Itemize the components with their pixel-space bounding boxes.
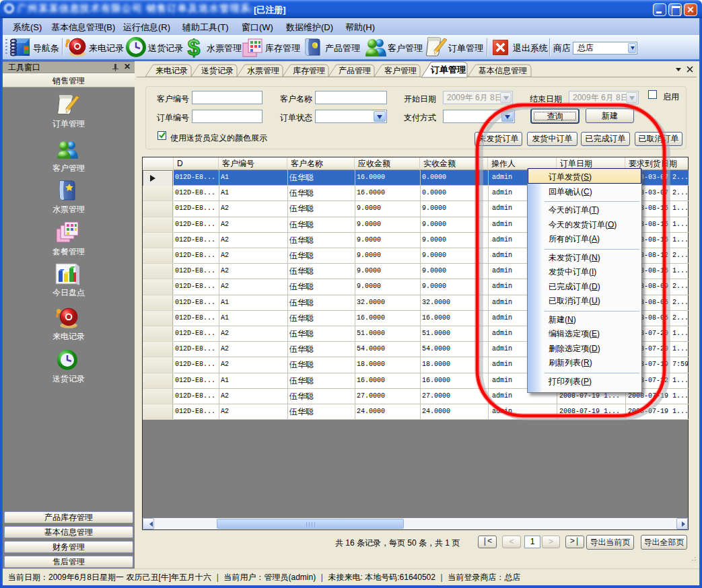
svg-text:产品管理: 产品管理 [339,66,371,75]
svg-text:库存管理: 库存管理 [293,66,325,75]
svg-text:送货记录: 送货记录 [201,66,234,75]
svg-text:$: $ [188,36,201,59]
svg-text:基本信息管理: 基本信息管理 [479,66,527,75]
svg-text:水票管理: 水票管理 [247,66,279,75]
svg-text:来电记录: 来电记录 [155,66,188,75]
svg-text:客户管理: 客户管理 [384,66,417,75]
svg-text:订单管理: 订单管理 [430,65,466,75]
